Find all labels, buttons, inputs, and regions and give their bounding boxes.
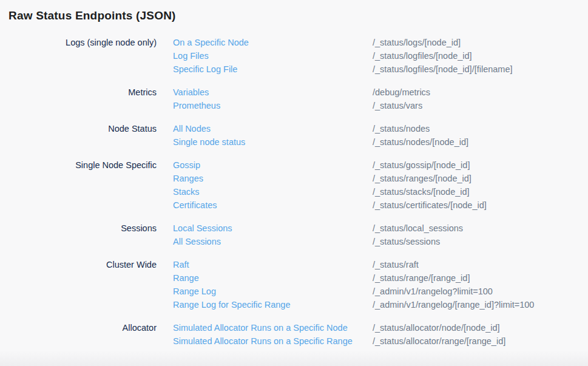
category-label: Sessions xyxy=(0,222,157,235)
paths-column: /_status/raft /_status/range/[range_id] … xyxy=(373,258,588,311)
category-cell: Metrics xyxy=(0,86,157,112)
category-cell: Node Status xyxy=(0,122,157,149)
endpoint-path: /_status/vars xyxy=(373,99,588,112)
section-metrics: Metrics Variables Prometheus /debug/metr… xyxy=(0,86,588,112)
endpoint-path: /_status/sessions xyxy=(373,235,588,248)
paths-column: /_status/nodes /_status/nodes/[node_id] xyxy=(373,122,588,149)
endpoint-link-on-a-specific-node[interactable]: On a Specific Node xyxy=(173,36,373,49)
endpoint-link-gossip[interactable]: Gossip xyxy=(173,158,373,172)
section-allocator: Allocator Simulated Allocator Runs on a … xyxy=(0,321,588,348)
endpoint-path: /_status/logfiles/[node_id] xyxy=(373,49,588,63)
endpoint-path: /_status/nodes xyxy=(373,122,588,135)
endpoint-link-log-files[interactable]: Log Files xyxy=(173,49,373,63)
category-label: Metrics xyxy=(0,86,157,99)
endpoint-link-range-log[interactable]: Range Log xyxy=(173,285,373,298)
section-logs: Logs (single node only) On a Specific No… xyxy=(0,36,588,76)
paths-column: /_status/logs/[node_id] /_status/logfile… xyxy=(373,36,588,76)
endpoint-path: /_admin/v1/rangelog?limit=100 xyxy=(373,285,588,298)
section-node-status: Node Status All Nodes Single node status… xyxy=(0,122,588,149)
endpoint-path: /_status/logfiles/[node_id]/[filename] xyxy=(373,63,588,76)
category-cell: Logs (single node only) xyxy=(0,36,157,76)
paths-column: /_status/gossip/[node_id] /_status/range… xyxy=(373,158,588,212)
endpoint-link-specific-log-file[interactable]: Specific Log File xyxy=(173,63,373,76)
endpoint-path: /debug/metrics xyxy=(373,86,588,99)
footer-gradient-strip xyxy=(0,350,588,366)
endpoint-link-allocator-runs-range[interactable]: Simulated Allocator Runs on a Specific R… xyxy=(173,334,373,348)
paths-column: /_status/local_sessions /_status/session… xyxy=(373,222,588,248)
links-column: Simulated Allocator Runs on a Specific N… xyxy=(157,321,373,348)
page-title: Raw Status Endpoints (JSON) xyxy=(0,0,588,23)
category-cell: Cluster Wide xyxy=(0,258,157,311)
section-sessions: Sessions Local Sessions All Sessions /_s… xyxy=(0,222,588,248)
endpoint-link-allocator-runs-node[interactable]: Simulated Allocator Runs on a Specific N… xyxy=(173,321,373,334)
section-cluster-wide: Cluster Wide Raft Range Range Log Range … xyxy=(0,258,588,311)
links-column: On a Specific Node Log Files Specific Lo… xyxy=(157,36,373,76)
endpoint-link-variables[interactable]: Variables xyxy=(173,86,373,99)
paths-column: /debug/metrics /_status/vars xyxy=(373,86,588,112)
category-label: Single Node Specific xyxy=(0,158,157,172)
endpoint-path: /_status/certificates/[node_id] xyxy=(373,198,588,212)
category-cell: Allocator xyxy=(0,321,157,348)
category-cell: Single Node Specific xyxy=(0,158,157,212)
endpoint-path: /_status/raft xyxy=(373,258,588,271)
endpoint-path: /_status/logs/[node_id] xyxy=(373,36,588,49)
links-column: Variables Prometheus xyxy=(157,86,373,112)
endpoint-link-prometheus[interactable]: Prometheus xyxy=(173,99,373,112)
links-column: All Nodes Single node status xyxy=(157,122,373,149)
category-label: Logs (single node only) xyxy=(0,36,157,49)
category-label: Cluster Wide xyxy=(0,258,157,271)
paths-column: /_status/allocator/node/[node_id] /_stat… xyxy=(373,321,588,348)
section-single-node-specific: Single Node Specific Gossip Ranges Stack… xyxy=(0,158,588,212)
endpoint-link-local-sessions[interactable]: Local Sessions xyxy=(173,222,373,235)
links-column: Raft Range Range Log Range Log for Speci… xyxy=(157,258,373,311)
endpoint-link-all-nodes[interactable]: All Nodes xyxy=(173,122,373,135)
endpoint-path: /_status/allocator/range/[range_id] xyxy=(373,334,588,348)
endpoint-link-stacks[interactable]: Stacks xyxy=(173,185,373,198)
endpoint-path: /_status/ranges/[node_id] xyxy=(373,172,588,185)
category-label: Allocator xyxy=(0,321,157,334)
endpoint-link-range-log-specific-range[interactable]: Range Log for Specific Range xyxy=(173,298,373,311)
endpoint-sections: Logs (single node only) On a Specific No… xyxy=(0,36,588,348)
endpoint-path: /_status/gossip/[node_id] xyxy=(373,158,588,172)
endpoint-link-range[interactable]: Range xyxy=(173,271,373,285)
endpoint-path: /_status/nodes/[node_id] xyxy=(373,135,588,149)
endpoint-link-ranges[interactable]: Ranges xyxy=(173,172,373,185)
endpoint-link-certificates[interactable]: Certificates xyxy=(173,198,373,212)
endpoint-link-single-node-status[interactable]: Single node status xyxy=(173,135,373,149)
category-cell: Sessions xyxy=(0,222,157,248)
links-column: Gossip Ranges Stacks Certificates xyxy=(157,158,373,212)
endpoint-link-all-sessions[interactable]: All Sessions xyxy=(173,235,373,248)
category-label: Node Status xyxy=(0,122,157,135)
endpoint-path: /_status/local_sessions xyxy=(373,222,588,235)
endpoint-link-raft[interactable]: Raft xyxy=(173,258,373,271)
endpoint-path: /_status/range/[range_id] xyxy=(373,271,588,285)
endpoint-path: /_admin/v1/rangelog/[range_id]?limit=100 xyxy=(373,298,588,311)
links-column: Local Sessions All Sessions xyxy=(157,222,373,248)
raw-status-endpoints-page: Raw Status Endpoints (JSON) Logs (single… xyxy=(0,0,588,366)
endpoint-path: /_status/stacks/[node_id] xyxy=(373,185,588,198)
endpoint-path: /_status/allocator/node/[node_id] xyxy=(373,321,588,334)
